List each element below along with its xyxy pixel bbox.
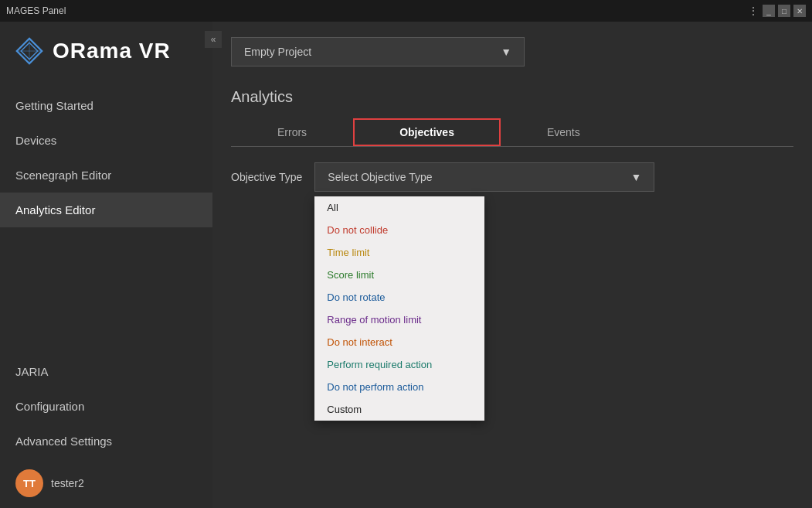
analytics-title: Analytics [231,88,793,106]
title-bar-left: MAGES Panel [6,5,66,16]
sidebar-spacer [0,227,212,354]
objective-type-label: Objective Type [231,171,302,183]
tabs-bar: Errors Objectives Events [231,118,793,147]
sidebar-item-analytics-editor[interactable]: Analytics Editor [0,193,212,227]
sidebar-item-jaria[interactable]: JARIA [0,354,212,389]
dropdown-option-score-limit[interactable]: Score limit [314,264,484,286]
sidebar-item-label: Advanced Settings [15,435,112,448]
project-dropdown-label: Empty Project [244,46,311,58]
objective-type-row: Objective Type Select Objective Type ▼ A… [231,162,793,192]
objective-type-placeholder: Select Objective Type [328,171,432,183]
maximize-button[interactable]: □ [778,5,790,17]
sidebar-item-label: Configuration [15,400,84,413]
sidebar-item-label: Analytics Editor [15,203,95,216]
sidebar-item-label: Scenegraph Editor [15,169,111,182]
sidebar-collapse-button[interactable]: « [205,31,222,48]
logo-icon [15,37,43,65]
title-bar-controls: ⋮ _ □ ✕ [748,5,806,17]
tab-content: Objective Type Select Objective Type ▼ A… [231,162,793,493]
dropdown-option-time-limit[interactable]: Time limit [314,241,484,264]
dropdown-option-do-not-rotate[interactable]: Do not rotate [314,286,484,309]
chevron-down-icon: ▼ [631,171,642,183]
dropdown-option-all[interactable]: All [314,196,484,219]
tab-objectives-label: Objectives [399,126,454,138]
sidebar-item-configuration[interactable]: Configuration [0,389,212,424]
dropdown-option-do-not-interact[interactable]: Do not interact [314,331,484,353]
title-bar-title: MAGES Panel [6,5,66,16]
dropdown-option-do-not-perform-action[interactable]: Do not perform action [314,376,484,398]
sidebar-item-scenegraph-editor[interactable]: Scenegraph Editor [0,158,212,193]
sidebar-item-advanced-settings[interactable]: Advanced Settings [0,424,212,459]
username-label: tester2 [51,477,84,489]
logo-area: ORama VR [0,22,212,88]
tab-errors[interactable]: Errors [231,118,353,146]
objective-type-dropdown-menu: All Do not collide Time limit Score limi… [314,196,484,421]
dropdown-option-range-of-motion-limit[interactable]: Range of motion limit [314,309,484,331]
sidebar-item-devices[interactable]: Devices [0,123,212,158]
content-area: Empty Project ▼ Analytics Errors Objecti… [212,22,812,508]
tab-events-label: Events [547,126,580,138]
objective-type-dropdown-wrapper: Select Objective Type ▼ All Do not colli… [314,162,654,192]
main-layout: ORama VR « Getting Started Devices Scene… [0,22,812,508]
objective-type-select[interactable]: Select Objective Type ▼ [314,162,654,192]
sidebar-item-label: Devices [15,134,56,147]
tab-objectives[interactable]: Objectives [353,118,501,146]
project-dropdown[interactable]: Empty Project ▼ [231,37,525,66]
more-icon[interactable]: ⋮ [748,5,759,17]
sidebar-item-label: JARIA [15,365,49,378]
dropdown-option-do-not-collide[interactable]: Do not collide [314,219,484,241]
avatar: TT [15,469,43,497]
sidebar-item-label: Getting Started [15,99,93,112]
sidebar-item-getting-started[interactable]: Getting Started [0,88,212,123]
sidebar: ORama VR « Getting Started Devices Scene… [0,22,212,508]
minimize-button[interactable]: _ [763,5,775,17]
logo-text: ORama VR [53,39,171,63]
dropdown-option-perform-required-action[interactable]: Perform required action [314,353,484,376]
sidebar-nav: Getting Started Devices Scenegraph Edito… [0,88,212,459]
title-bar: MAGES Panel ⋮ _ □ ✕ [0,0,812,22]
tab-errors-label: Errors [277,126,307,138]
dropdown-option-custom[interactable]: Custom [314,398,484,421]
close-button[interactable]: ✕ [793,5,806,17]
user-area[interactable]: TT tester2 [0,459,212,508]
tab-events[interactable]: Events [501,118,627,146]
chevron-down-icon: ▼ [501,46,511,58]
